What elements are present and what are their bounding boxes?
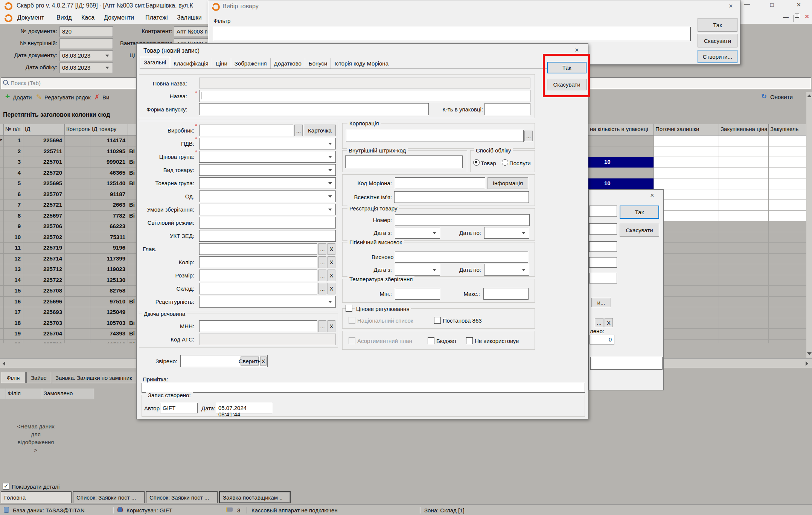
scroll-right-icon[interactable] bbox=[806, 361, 808, 366]
mdi-close-icon[interactable]: × bbox=[805, 12, 809, 21]
created-date-field[interactable]: 05.07.2024 08:41:44 bbox=[216, 403, 272, 413]
not-used-checkbox[interactable] bbox=[466, 337, 473, 344]
hyg-date-from-combo[interactable] bbox=[395, 264, 440, 276]
table-row[interactable]: 17225693125049 bbox=[0, 307, 136, 318]
not-used-label[interactable]: Не використовув bbox=[475, 338, 533, 344]
column-header-current-stock[interactable]: Поточні залишки bbox=[654, 124, 719, 136]
manufacturer-more-button[interactable]: ... bbox=[294, 125, 303, 136]
side-field-clipped[interactable] bbox=[589, 273, 617, 283]
tab-zobrazhennya[interactable]: Зображення bbox=[231, 58, 270, 69]
side-clear-button[interactable]: X bbox=[605, 318, 613, 327]
doc-number-field[interactable]: 820 bbox=[59, 26, 113, 37]
doc-date-field[interactable]: 08.03.2023 bbox=[59, 50, 113, 61]
maximize-icon[interactable]: □ bbox=[770, 2, 774, 8]
chevron-down-icon[interactable] bbox=[522, 232, 526, 234]
vertical-scrollbar[interactable] bbox=[806, 92, 812, 358]
table-row[interactable]: 14225722125130 bbox=[0, 275, 136, 286]
delete-button-clipped[interactable]: Ви bbox=[102, 94, 109, 101]
side-qty-field[interactable]: 0 bbox=[590, 335, 614, 344]
name-field[interactable] bbox=[199, 90, 530, 102]
acc-date-field[interactable]: 08.03.2023 bbox=[59, 62, 113, 73]
chevron-down-icon[interactable] bbox=[328, 182, 332, 184]
column-header-itemid[interactable]: ІД товару bbox=[90, 124, 128, 136]
decree863-label[interactable]: Постанова 863 bbox=[443, 317, 482, 324]
chevron-down-icon[interactable] bbox=[522, 269, 526, 271]
select-cancel-button[interactable]: Скасувати bbox=[698, 34, 737, 47]
table-row[interactable]: 1522570882758 bbox=[0, 286, 136, 297]
morion-code-field[interactable] bbox=[395, 177, 485, 189]
price-regulation-label[interactable]: Цінове регулювання bbox=[355, 306, 411, 312]
price-regulation-checkbox[interactable] bbox=[346, 305, 352, 312]
menu-item-exit[interactable]: Вихід bbox=[56, 14, 72, 21]
column-header-pack-qty[interactable]: на кількість в упаковці bbox=[588, 124, 654, 136]
reg-date-to-combo[interactable] bbox=[484, 227, 529, 239]
manufacturer-field[interactable] bbox=[199, 125, 293, 136]
item-kind-combo[interactable] bbox=[199, 164, 336, 176]
product-dialog-close-icon[interactable]: × bbox=[575, 47, 579, 53]
chevron-down-icon[interactable] bbox=[328, 301, 332, 303]
scroll-down-icon[interactable] bbox=[807, 352, 812, 355]
table-row[interactable] bbox=[588, 136, 806, 146]
detail-column-filia[interactable]: Філія bbox=[6, 389, 42, 399]
manufacturer-card-button[interactable]: Карточка bbox=[304, 125, 336, 136]
services-radio[interactable] bbox=[502, 159, 508, 166]
table-row[interactable]: 1022570275311 bbox=[0, 232, 136, 243]
storage-conditions-combo[interactable] bbox=[199, 204, 336, 215]
close-icon[interactable]: × bbox=[797, 0, 801, 9]
table-row[interactable]: 13225712119023 bbox=[0, 264, 136, 275]
reg-number-field[interactable] bbox=[395, 214, 530, 226]
column-header-purchase-price[interactable]: Закупівельна ціна △ bbox=[719, 124, 769, 136]
tab-filia[interactable]: Філія bbox=[1, 372, 26, 383]
item-group-combo[interactable] bbox=[199, 177, 336, 189]
chevron-down-icon[interactable] bbox=[433, 269, 436, 271]
decree863-checkbox[interactable] bbox=[434, 317, 441, 324]
menu-item-document[interactable]: Документ bbox=[17, 14, 44, 21]
table-row[interactable]: 5225695125140Ві bbox=[0, 178, 136, 189]
side-ok-button[interactable]: Так bbox=[620, 206, 659, 219]
glav-field[interactable] bbox=[199, 243, 317, 255]
verify-clear-button[interactable]: X bbox=[260, 357, 267, 366]
show-details-checkbox[interactable] bbox=[3, 483, 9, 490]
full-name-field[interactable] bbox=[199, 78, 530, 88]
column-header-control[interactable]: Контроль bbox=[65, 124, 90, 136]
color-clear-button[interactable]: X bbox=[328, 256, 335, 268]
barcode-field[interactable] bbox=[345, 155, 463, 168]
table-row[interactable]: 3225701999021Ві bbox=[0, 157, 136, 168]
table-row[interactable]: 12225714117399 bbox=[0, 254, 136, 265]
side-more-button[interactable]: ... bbox=[595, 318, 603, 327]
chevron-down-icon[interactable] bbox=[105, 67, 109, 69]
verify-button[interactable]: Сверить bbox=[241, 357, 259, 366]
light-mode-field[interactable] bbox=[199, 217, 336, 229]
menu-item-documents[interactable]: Документи bbox=[104, 14, 134, 21]
select-dialog-close-icon[interactable]: × bbox=[729, 3, 733, 9]
table-row[interactable] bbox=[588, 146, 806, 157]
menu-item-payments[interactable]: Платежі bbox=[145, 14, 168, 21]
glav-clear-button[interactable]: X bbox=[328, 243, 335, 255]
price-group-combo[interactable] bbox=[199, 151, 336, 163]
vat-combo[interactable] bbox=[199, 138, 336, 149]
window-tab-list1[interactable]: Список: Заявки пост ... bbox=[73, 491, 145, 503]
internal-number-field[interactable] bbox=[59, 38, 113, 49]
tab-istoria-morion[interactable]: Історія коду Моріона bbox=[331, 58, 392, 69]
window-tab-main[interactable]: Головна bbox=[1, 491, 72, 503]
color-field[interactable] bbox=[199, 256, 317, 268]
tab-zaive[interactable]: Зайве bbox=[26, 372, 51, 383]
reg-date-from-combo[interactable] bbox=[395, 227, 440, 239]
select-ok-button[interactable]: Так bbox=[698, 18, 737, 32]
scroll-up-icon[interactable] bbox=[807, 94, 812, 97]
unit-combo[interactable] bbox=[199, 190, 336, 202]
tab-ciny[interactable]: Ціни bbox=[212, 58, 231, 69]
budget-checkbox[interactable] bbox=[428, 337, 434, 344]
sklad-more-button[interactable]: ... bbox=[318, 283, 326, 294]
table-row[interactable]: 10 bbox=[588, 157, 806, 168]
tab-bonusy[interactable]: Бонуси bbox=[305, 58, 331, 69]
tab-zagalni[interactable]: Загальні bbox=[140, 57, 170, 69]
table-row[interactable]: 422572046365Ві bbox=[0, 168, 136, 179]
menu-item-balances[interactable]: Залишки bbox=[177, 14, 202, 21]
world-name-field[interactable] bbox=[394, 191, 529, 203]
chevron-down-icon[interactable] bbox=[328, 195, 332, 198]
corporation-more-button[interactable]: ... bbox=[524, 131, 533, 141]
column-header-npp[interactable]: № п/п bbox=[4, 124, 23, 136]
mdi-minimize-icon[interactable]: — bbox=[783, 14, 789, 20]
sklad-clear-button[interactable]: X bbox=[328, 283, 335, 294]
